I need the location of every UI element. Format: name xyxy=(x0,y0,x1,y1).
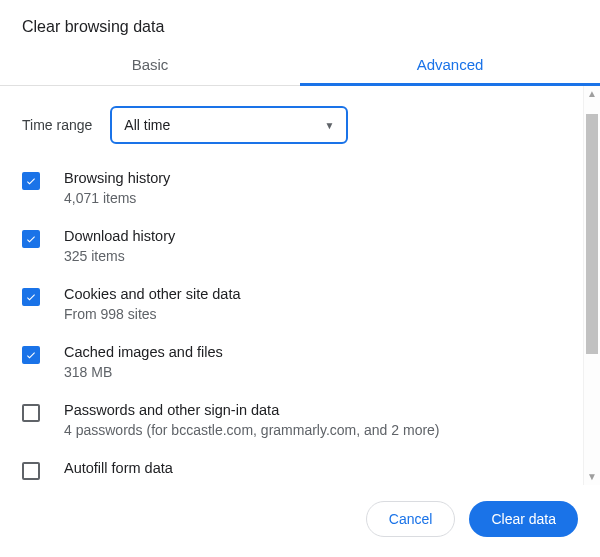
checkbox-passwords[interactable] xyxy=(22,404,40,422)
checkbox-cookies[interactable] xyxy=(22,288,40,306)
item-subtitle: 325 items xyxy=(64,248,175,264)
clear-browsing-data-dialog: Clear browsing data Basic Advanced Time … xyxy=(0,0,600,557)
item-title: Download history xyxy=(64,228,175,244)
check-icon xyxy=(25,233,37,245)
item-title: Passwords and other sign-in data xyxy=(64,402,440,418)
item-subtitle: 318 MB xyxy=(64,364,223,380)
item-text: Browsing history 4,071 items xyxy=(64,170,170,206)
item-title: Cached images and files xyxy=(64,344,223,360)
cancel-button-label: Cancel xyxy=(389,511,433,527)
list-item: Browsing history 4,071 items xyxy=(22,170,583,206)
check-icon xyxy=(25,349,37,361)
clear-data-button[interactable]: Clear data xyxy=(469,501,578,537)
tab-basic[interactable]: Basic xyxy=(0,46,300,85)
cancel-button[interactable]: Cancel xyxy=(366,501,456,537)
checkbox-autofill[interactable] xyxy=(22,462,40,480)
clear-data-button-label: Clear data xyxy=(491,511,556,527)
chevron-down-icon: ▼ xyxy=(324,120,334,131)
time-range-label: Time range xyxy=(22,117,92,133)
item-text: Download history 325 items xyxy=(64,228,175,264)
list-item: Autofill form data xyxy=(22,460,583,482)
item-text: Autofill form data xyxy=(64,460,173,480)
scroll-area: Time range All time ▼ Browsing history 4… xyxy=(0,86,583,485)
dialog-title: Clear browsing data xyxy=(0,0,600,46)
time-range-select[interactable]: All time ▼ xyxy=(110,106,348,144)
checkbox-browsing-history[interactable] xyxy=(22,172,40,190)
tab-basic-label: Basic xyxy=(132,56,169,73)
list-item: Passwords and other sign-in data 4 passw… xyxy=(22,402,583,438)
item-text: Cookies and other site data From 998 sit… xyxy=(64,286,241,322)
scrollbar[interactable]: ▲ ▼ xyxy=(583,86,600,485)
dialog-body: Time range All time ▼ Browsing history 4… xyxy=(0,86,600,485)
item-subtitle: 4,071 items xyxy=(64,190,170,206)
scrollbar-thumb[interactable] xyxy=(586,114,598,354)
item-text: Cached images and files 318 MB xyxy=(64,344,223,380)
list-item: Cookies and other site data From 998 sit… xyxy=(22,286,583,322)
check-icon xyxy=(25,291,37,303)
item-subtitle: 4 passwords (for bccastle.com, grammarly… xyxy=(64,422,440,438)
tab-advanced-label: Advanced xyxy=(417,56,484,73)
scroll-up-icon[interactable]: ▲ xyxy=(584,86,600,102)
dialog-footer: Cancel Clear data xyxy=(0,485,600,557)
tab-advanced[interactable]: Advanced xyxy=(300,46,600,85)
item-title: Autofill form data xyxy=(64,460,173,476)
item-title: Browsing history xyxy=(64,170,170,186)
item-text: Passwords and other sign-in data 4 passw… xyxy=(64,402,440,438)
scroll-down-icon[interactable]: ▼ xyxy=(584,469,600,485)
list-item: Download history 325 items xyxy=(22,228,583,264)
checkbox-download-history[interactable] xyxy=(22,230,40,248)
check-icon xyxy=(25,175,37,187)
item-title: Cookies and other site data xyxy=(64,286,241,302)
item-subtitle: From 998 sites xyxy=(64,306,241,322)
time-range-value: All time xyxy=(124,117,170,133)
time-range-row: Time range All time ▼ xyxy=(22,106,583,144)
list-item: Cached images and files 318 MB xyxy=(22,344,583,380)
checkbox-cached[interactable] xyxy=(22,346,40,364)
tabs: Basic Advanced xyxy=(0,46,600,86)
